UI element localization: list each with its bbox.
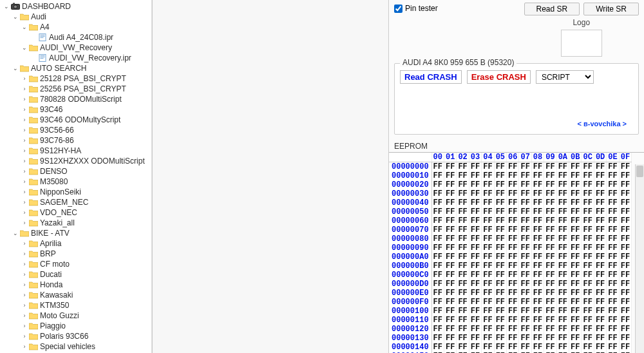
hex-cell[interactable]: FF bbox=[544, 207, 556, 216]
hex-cell[interactable]: FF bbox=[594, 325, 606, 334]
hex-cell[interactable]: FF bbox=[482, 289, 494, 298]
hex-cell[interactable]: FF bbox=[531, 207, 544, 216]
hex-cell[interactable]: FF bbox=[607, 171, 619, 180]
hex-table[interactable]: 000102030405060708090A0B0C0D0E0F00000000… bbox=[389, 153, 632, 353]
hex-cell[interactable]: FF bbox=[507, 234, 519, 243]
hex-cell[interactable]: FF bbox=[482, 307, 494, 316]
hex-cell[interactable]: FF bbox=[582, 171, 594, 180]
vertical-scrollbar[interactable] bbox=[635, 164, 644, 353]
hex-cell[interactable]: FF bbox=[531, 316, 544, 325]
hex-cell[interactable]: FF bbox=[431, 225, 444, 234]
hex-cell[interactable]: FF bbox=[607, 316, 619, 325]
hex-cell[interactable]: FF bbox=[594, 316, 606, 325]
hex-cell[interactable]: FF bbox=[519, 180, 531, 189]
hex-cell[interactable]: FF bbox=[482, 343, 494, 352]
hex-cell[interactable]: FF bbox=[469, 253, 481, 262]
hex-cell[interactable]: FF bbox=[507, 198, 519, 207]
hex-cell[interactable]: FF bbox=[594, 298, 606, 307]
hex-cell[interactable]: FF bbox=[444, 298, 457, 307]
hex-cell[interactable]: FF bbox=[469, 334, 481, 343]
hex-cell[interactable]: FF bbox=[507, 171, 519, 180]
hex-cell[interactable]: FF bbox=[457, 207, 469, 216]
hex-cell[interactable]: FF bbox=[582, 243, 594, 253]
hex-cell[interactable]: FF bbox=[531, 189, 544, 198]
chevron-right-icon[interactable]: › bbox=[21, 157, 28, 165]
hex-cell[interactable]: FF bbox=[507, 207, 519, 216]
hex-cell[interactable]: FF bbox=[431, 243, 444, 253]
hex-cell[interactable]: FF bbox=[531, 216, 544, 225]
hex-cell[interactable]: FF bbox=[619, 271, 631, 280]
hex-cell[interactable]: FF bbox=[582, 262, 594, 271]
hex-cell[interactable]: FF bbox=[482, 280, 494, 289]
hex-cell[interactable]: FF bbox=[494, 343, 506, 352]
hex-cell[interactable]: FF bbox=[594, 262, 606, 271]
hex-cell[interactable]: FF bbox=[519, 225, 531, 234]
hex-cell[interactable]: FF bbox=[582, 271, 594, 280]
chevron-right-icon[interactable]: › bbox=[21, 85, 28, 93]
hex-cell[interactable]: FF bbox=[507, 343, 519, 352]
hex-row[interactable]: 00000080FFFFFFFFFFFFFFFFFFFFFFFFFFFFFFFF bbox=[389, 234, 632, 243]
hex-cell[interactable]: FF bbox=[519, 298, 531, 307]
hex-cell[interactable]: FF bbox=[444, 334, 457, 343]
hex-row[interactable]: 00000110FFFFFFFFFFFFFFFFFFFFFFFFFFFFFFFF bbox=[389, 316, 632, 325]
hex-cell[interactable]: FF bbox=[431, 343, 444, 352]
tree-item[interactable]: ›CF moto bbox=[0, 259, 151, 269]
hex-cell[interactable]: FF bbox=[519, 162, 531, 172]
hex-cell[interactable]: FF bbox=[582, 180, 594, 189]
hex-cell[interactable]: FF bbox=[569, 289, 582, 298]
hex-cell[interactable]: FF bbox=[507, 307, 519, 316]
tree-item[interactable]: ›Polaris 93C66 bbox=[0, 331, 151, 341]
hex-cell[interactable]: FF bbox=[494, 216, 506, 225]
hex-row[interactable]: 000000D0FFFFFFFFFFFFFFFFFFFFFFFFFFFFFFFF bbox=[389, 280, 632, 289]
hex-cell[interactable]: FF bbox=[531, 180, 544, 189]
hex-cell[interactable]: FF bbox=[569, 307, 582, 316]
hex-cell[interactable]: FF bbox=[582, 189, 594, 198]
hex-cell[interactable]: FF bbox=[569, 325, 582, 334]
hex-cell[interactable]: FF bbox=[469, 243, 481, 253]
tree-item[interactable]: ›Moto Guzzi bbox=[0, 310, 151, 321]
hex-cell[interactable]: FF bbox=[556, 262, 569, 271]
hex-cell[interactable]: FF bbox=[569, 216, 582, 225]
hex-cell[interactable]: FF bbox=[556, 243, 569, 253]
hex-cell[interactable]: FF bbox=[457, 171, 469, 180]
hex-cell[interactable]: FF bbox=[482, 171, 494, 180]
chevron-right-icon[interactable]: › bbox=[21, 271, 28, 278]
hex-cell[interactable]: FF bbox=[457, 280, 469, 289]
hex-cell[interactable]: FF bbox=[469, 316, 481, 325]
chevron-right-icon[interactable]: › bbox=[21, 312, 28, 320]
hex-cell[interactable]: FF bbox=[507, 216, 519, 225]
hex-cell[interactable]: FF bbox=[569, 280, 582, 289]
hex-cell[interactable]: FF bbox=[607, 225, 619, 234]
tree-item[interactable]: ⌄A4 bbox=[0, 22, 151, 32]
hex-cell[interactable]: FF bbox=[582, 289, 594, 298]
hex-cell[interactable]: FF bbox=[494, 316, 506, 325]
hex-cell[interactable]: FF bbox=[494, 171, 506, 180]
hex-cell[interactable]: FF bbox=[469, 271, 481, 280]
hex-cell[interactable]: FF bbox=[519, 271, 531, 280]
hex-cell[interactable]: FF bbox=[519, 198, 531, 207]
hex-cell[interactable]: FF bbox=[519, 280, 531, 289]
hex-cell[interactable]: FF bbox=[619, 334, 631, 343]
hex-cell[interactable]: FF bbox=[431, 280, 444, 289]
hex-cell[interactable]: FF bbox=[431, 334, 444, 343]
hex-cell[interactable]: FF bbox=[544, 289, 556, 298]
hex-cell[interactable]: FF bbox=[531, 253, 544, 262]
chevron-right-icon[interactable]: › bbox=[21, 219, 28, 227]
hex-cell[interactable]: FF bbox=[582, 298, 594, 307]
hex-cell[interactable]: FF bbox=[482, 262, 494, 271]
hex-cell[interactable]: FF bbox=[619, 234, 631, 243]
hex-cell[interactable]: FF bbox=[594, 253, 606, 262]
hex-cell[interactable]: FF bbox=[507, 289, 519, 298]
hex-cell[interactable]: FF bbox=[519, 207, 531, 216]
chevron-right-icon[interactable]: › bbox=[21, 75, 28, 82]
hex-cell[interactable]: FF bbox=[507, 280, 519, 289]
hex-cell[interactable]: FF bbox=[556, 325, 569, 334]
hex-cell[interactable]: FF bbox=[507, 316, 519, 325]
tree-item[interactable]: ›Aprilia bbox=[0, 238, 151, 249]
hex-cell[interactable]: FF bbox=[619, 216, 631, 225]
hex-cell[interactable]: FF bbox=[582, 162, 594, 172]
hex-row[interactable]: 00000060FFFFFFFFFFFFFFFFFFFFFFFFFFFFFFFF bbox=[389, 216, 632, 225]
hex-cell[interactable]: FF bbox=[431, 253, 444, 262]
hex-cell[interactable]: FF bbox=[594, 334, 606, 343]
hex-cell[interactable]: FF bbox=[457, 225, 469, 234]
